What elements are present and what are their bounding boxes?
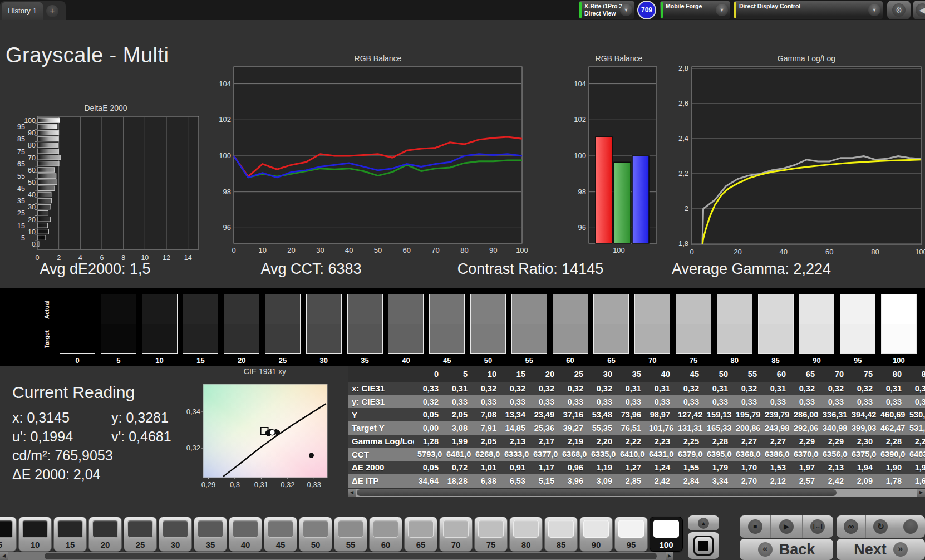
- pattern-button-10[interactable]: 10: [18, 517, 52, 552]
- svg-text:25: 25: [17, 209, 25, 217]
- table-cell: 0,33: [877, 395, 906, 409]
- swatch-target: [60, 324, 95, 353]
- swatch-actual: [594, 294, 628, 324]
- pattern-swatch: [22, 520, 48, 538]
- loop-button[interactable]: ∞: [837, 515, 865, 538]
- refresh-button[interactable]: ↻: [865, 515, 895, 538]
- tab-history-1[interactable]: History 1: [2, 2, 43, 20]
- pattern-scroll-up-button[interactable]: ▲: [688, 515, 719, 530]
- table-cell: 0,05: [414, 461, 442, 474]
- table-scrollbar-thumb[interactable]: [357, 489, 837, 496]
- pattern-button-45[interactable]: 45: [264, 517, 297, 552]
- swatch-target: [388, 324, 423, 353]
- arrow-up-icon: ▲: [698, 518, 709, 529]
- svg-text:35: 35: [17, 197, 25, 205]
- collapse-panel-button[interactable]: ◀: [913, 1, 925, 19]
- table-cell: 6395,00: [703, 448, 732, 461]
- reading-de2000: ΔE 2000: 2,04: [12, 466, 100, 483]
- svg-text:70: 70: [431, 246, 439, 254]
- pattern-button-40[interactable]: 40: [229, 517, 262, 552]
- table-cell: 2,28: [703, 435, 732, 448]
- pattern-button-5[interactable]: 5: [0, 517, 17, 552]
- table-cell: 1,01: [471, 461, 500, 474]
- grayscale-swatch-45: [429, 294, 465, 354]
- pattern-button-80[interactable]: 80: [509, 517, 543, 552]
- pattern-button-20[interactable]: 20: [88, 517, 122, 552]
- svg-text:10: 10: [28, 228, 36, 236]
- settings-button[interactable]: ⚙: [887, 1, 911, 19]
- next-button[interactable]: Next »: [837, 539, 925, 560]
- svg-text:100: 100: [516, 246, 528, 254]
- window-pattern-button[interactable]: [688, 532, 719, 559]
- swatch-actual: [676, 294, 711, 324]
- scroll-left-icon[interactable]: ◀: [348, 489, 356, 497]
- pattern-button-15[interactable]: 15: [53, 517, 87, 552]
- pattern-button-65[interactable]: 65: [404, 517, 437, 552]
- back-button[interactable]: « Back: [740, 539, 833, 560]
- pattern-swatch: [338, 520, 363, 538]
- extra-button[interactable]: [896, 515, 925, 538]
- pattern-button-100[interactable]: 100: [650, 517, 683, 552]
- pattern-level-label: 40: [229, 540, 262, 549]
- pattern-button-30[interactable]: 30: [159, 517, 192, 552]
- pattern-button-50[interactable]: 50: [299, 517, 332, 552]
- source-dropdown[interactable]: Mobile Forge ▼: [660, 1, 730, 19]
- pattern-level-label: 20: [89, 540, 121, 549]
- table-cell: 0,33: [848, 395, 877, 409]
- table-row: Target Y0,003,087,9114,8525,3639,2755,35…: [348, 421, 925, 435]
- table-cell: 18,28: [442, 474, 471, 488]
- meter-dropdown[interactable]: X-Rite i1Pro 3Direct View ▼: [579, 1, 634, 19]
- pattern-scrollbar[interactable]: ◀ ▶: [0, 552, 673, 560]
- table-corner-cell: [348, 366, 414, 382]
- pattern-button-75[interactable]: 75: [474, 517, 508, 552]
- pattern-swatch: [583, 520, 609, 538]
- play-button[interactable]: ▶: [770, 515, 801, 538]
- table-row: ΔE ITP34,6418,286,386,535,153,963,092,85…: [348, 474, 925, 488]
- table-cell: 0,32: [529, 382, 558, 395]
- table-cell: 0,32: [674, 382, 703, 395]
- rgb-balance-bar-chart: 9698100102104RGB Balance100: [548, 53, 660, 260]
- pattern-size-button[interactable]: [↔]: [802, 515, 833, 538]
- table-cell: 7,91: [471, 421, 500, 435]
- pattern-button-90[interactable]: 90: [579, 517, 613, 552]
- scroll-left-icon[interactable]: ◀: [0, 552, 8, 560]
- pattern-button-70[interactable]: 70: [439, 517, 473, 552]
- display-control-dropdown[interactable]: Direct Display Control ▼: [734, 1, 883, 19]
- table-col-header-40: 40: [645, 366, 674, 382]
- table-cell: 0,32: [471, 382, 500, 395]
- table-cell: 25,36: [529, 421, 558, 435]
- pattern-button-85[interactable]: 85: [544, 517, 578, 552]
- stop-button[interactable]: ■: [740, 515, 770, 538]
- swatch-target: [348, 324, 382, 353]
- table-scrollbar[interactable]: ◀ ▶: [348, 489, 925, 497]
- svg-text:0,31: 0,31: [254, 480, 268, 489]
- grayscale-swatch-0: [60, 294, 95, 354]
- pattern-level-label: 65: [405, 540, 437, 549]
- table-cell: 2,27: [761, 435, 790, 448]
- pattern-button-35[interactable]: 35: [194, 517, 227, 552]
- pattern-button-60[interactable]: 60: [369, 517, 402, 552]
- pattern-button-25[interactable]: 25: [124, 517, 157, 552]
- table-cell: 127,42: [674, 408, 703, 421]
- svg-text:2,2: 2,2: [678, 169, 688, 178]
- table-cell: 14,85: [500, 421, 529, 435]
- pattern-button-95[interactable]: 95: [614, 517, 648, 552]
- pattern-button-55[interactable]: 55: [334, 517, 367, 552]
- scroll-right-icon[interactable]: ▶: [917, 489, 925, 497]
- table-cell: 0,31: [645, 382, 674, 395]
- tab-label: History 1: [8, 7, 36, 15]
- colorspace-badge[interactable]: 709: [637, 1, 656, 19]
- scroll-right-icon[interactable]: ▶: [666, 552, 673, 560]
- page-title: Grayscale - Multi: [6, 43, 169, 67]
- table-cell: 1,70: [732, 461, 761, 474]
- swatch-actual: [307, 294, 341, 324]
- table-row: ΔE 20000,050,721,010,911,170,961,191,271…: [348, 461, 925, 474]
- pattern-level-label: 85: [545, 540, 577, 549]
- pattern-scrollbar-thumb[interactable]: [45, 553, 657, 559]
- table-cell: 2,42: [645, 474, 674, 488]
- add-tab-button[interactable]: +: [46, 5, 58, 17]
- swatch-actual: [799, 294, 834, 324]
- table-cell: 0,31: [877, 382, 906, 395]
- chevrons-left-icon: «: [758, 542, 773, 557]
- swatch-actual: [60, 294, 95, 324]
